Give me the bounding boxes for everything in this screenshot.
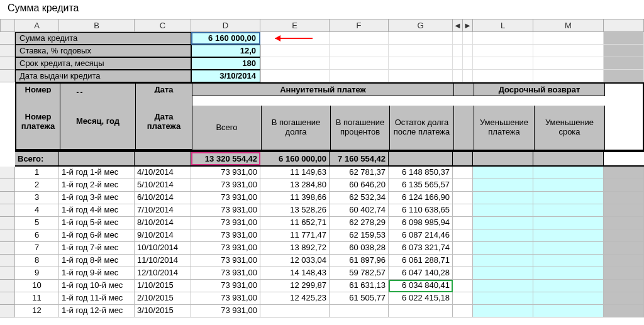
- cell-month[interactable]: 1-й год 7-й мес: [59, 242, 135, 255]
- payment-row[interactable]: 101-й год 10-й мес1/10/201573 931,0012 2…: [0, 280, 644, 292]
- col-B[interactable]: B: [59, 19, 135, 32]
- payment-row[interactable]: 81-й год 8-й мес11/10/201473 931,0012 03…: [0, 255, 644, 267]
- cell-date[interactable]: 12/10/2014: [135, 267, 191, 280]
- payment-row[interactable]: 111-й год 11-й мес2/10/201573 931,0012 4…: [0, 292, 644, 305]
- cell-date[interactable]: 9/10/2014: [135, 229, 191, 242]
- cell-reduce-term[interactable]: [533, 229, 604, 242]
- cell-pct[interactable]: 62 781,37: [330, 167, 389, 179]
- cell-reduce-term[interactable]: [533, 179, 604, 192]
- col-L[interactable]: L: [473, 19, 533, 32]
- cell-pct[interactable]: [330, 305, 389, 317]
- cell-rest[interactable]: 6 022 415,18: [389, 292, 453, 305]
- cell-num[interactable]: 1: [15, 167, 59, 179]
- cell-rest[interactable]: 6 087 214,46: [389, 229, 453, 242]
- cell-reduce-term[interactable]: [533, 217, 604, 229]
- totals-row[interactable]: Всего: 13 320 554,42 6 160 000,00 7 160 …: [15, 151, 644, 167]
- cell-pct[interactable]: 62 532,34: [330, 192, 389, 204]
- cell-total[interactable]: 73 931,00: [191, 305, 260, 317]
- cell-month[interactable]: 1-й год 1-й мес: [59, 167, 135, 179]
- cell-total[interactable]: 73 931,00: [191, 280, 260, 292]
- cell-month[interactable]: 1-й год 6-й мес: [59, 229, 135, 242]
- cell-body[interactable]: 14 148,43: [260, 267, 330, 280]
- cell-total[interactable]: 73 931,00: [191, 179, 260, 192]
- col-E[interactable]: E: [260, 19, 330, 32]
- cell-num[interactable]: 3: [15, 192, 59, 204]
- cell-gap[interactable]: [453, 305, 473, 317]
- cell-num[interactable]: 10: [15, 280, 59, 292]
- cell-num[interactable]: 7: [15, 242, 59, 255]
- cell-body[interactable]: 11 652,71: [260, 217, 330, 229]
- cell-date[interactable]: 11/10/2014: [135, 255, 191, 267]
- summary-value-term[interactable]: 180: [191, 57, 260, 70]
- cell-pct[interactable]: 60 646,20: [330, 179, 389, 192]
- column-headers[interactable]: A B C D E F G ◄ ► L M: [0, 19, 644, 32]
- cell-rest[interactable]: 6 124 166,90: [389, 192, 453, 204]
- cell-num[interactable]: 9: [15, 267, 59, 280]
- summary-row-term[interactable]: Срок кредита, месяцы 180: [0, 57, 644, 70]
- cell-body[interactable]: 13 528,26: [260, 204, 330, 217]
- cell-reduce-pay[interactable]: [473, 229, 533, 242]
- cell-reduce-pay[interactable]: [473, 267, 533, 280]
- cell-pct[interactable]: 61 631,13: [330, 280, 389, 292]
- cell-total[interactable]: 73 931,00: [191, 192, 260, 204]
- row-header[interactable]: [0, 305, 15, 317]
- cell-total[interactable]: 73 931,00: [191, 292, 260, 305]
- cell-reduce-term[interactable]: [533, 267, 604, 280]
- totals-pct[interactable]: 7 160 554,42: [330, 152, 389, 165]
- summary-value-amount[interactable]: 6 160 000,00: [191, 32, 260, 45]
- summary-value-date[interactable]: 3/10/2014: [191, 70, 260, 82]
- col-A[interactable]: A: [15, 19, 59, 32]
- row-header[interactable]: [0, 204, 15, 217]
- summary-label[interactable]: Дата выдачи кредита: [15, 70, 191, 82]
- payment-row[interactable]: 41-й год 4-й мес7/10/201473 931,0013 528…: [0, 204, 644, 217]
- payment-row[interactable]: 11-й год 1-й мес4/10/201473 931,0011 149…: [0, 167, 644, 179]
- summary-label[interactable]: Сумма кредита: [15, 32, 191, 45]
- cell-month[interactable]: 1-й год 2-й мес: [59, 179, 135, 192]
- payment-row[interactable]: 51-й год 5-й мес8/10/201473 931,0011 652…: [0, 217, 644, 229]
- summary-label[interactable]: Ставка, % годовых: [15, 45, 191, 57]
- cell-reduce-pay[interactable]: [473, 192, 533, 204]
- payment-row[interactable]: 91-й год 9-й мес12/10/201473 931,0014 14…: [0, 267, 644, 280]
- cell-date[interactable]: 3/10/2015: [135, 305, 191, 317]
- cell-body[interactable]: 11 771,47: [260, 229, 330, 242]
- row-header[interactable]: [0, 70, 15, 82]
- nav-left-icon[interactable]: ◄: [453, 19, 463, 32]
- name-box[interactable]: Сумма кредита: [0, 0, 644, 19]
- cell-rest[interactable]: 6 135 565,57: [389, 179, 453, 192]
- cell-gap[interactable]: [453, 217, 473, 229]
- row-header[interactable]: [0, 32, 15, 45]
- cell-rest[interactable]: [389, 305, 453, 317]
- select-all-corner[interactable]: [0, 19, 15, 32]
- cell-rest[interactable]: 6 110 638,65: [389, 204, 453, 217]
- cell-num[interactable]: 6: [15, 229, 59, 242]
- cell-body[interactable]: 12 033,04: [260, 255, 330, 267]
- summary-label[interactable]: Срок кредита, месяцы: [15, 57, 191, 70]
- cell-total[interactable]: 73 931,00: [191, 217, 260, 229]
- cell-pct[interactable]: 59 782,57: [330, 267, 389, 280]
- cell-gap[interactable]: [453, 242, 473, 255]
- row-header[interactable]: [0, 267, 15, 280]
- cell-date[interactable]: 7/10/2014: [135, 204, 191, 217]
- cell-month[interactable]: 1-й год 9-й мес: [59, 267, 135, 280]
- col-M[interactable]: M: [533, 19, 604, 32]
- cell-num[interactable]: 4: [15, 204, 59, 217]
- cell-reduce-term[interactable]: [533, 242, 604, 255]
- cell-body[interactable]: 11 149,63: [260, 167, 330, 179]
- row-header[interactable]: [0, 192, 15, 204]
- row-header[interactable]: [0, 57, 15, 70]
- cell-date[interactable]: 10/10/2014: [135, 242, 191, 255]
- cell-rest[interactable]: 6 034 840,41: [389, 280, 453, 292]
- cell-month[interactable]: 1-й год 3-й мес: [59, 192, 135, 204]
- payment-row[interactable]: 31-й год 3-й мес6/10/201473 931,0011 398…: [0, 192, 644, 204]
- totals-total[interactable]: 13 320 554,42: [191, 152, 260, 165]
- cell-reduce-term[interactable]: [533, 167, 604, 179]
- cell-rest[interactable]: 6 061 288,71: [389, 255, 453, 267]
- cell-pct[interactable]: 60 402,74: [330, 204, 389, 217]
- cell-rest[interactable]: 6 073 321,74: [389, 242, 453, 255]
- col-G[interactable]: G: [389, 19, 453, 32]
- row-header[interactable]: [0, 229, 15, 242]
- cell-month[interactable]: 1-й год 10-й мес: [59, 280, 135, 292]
- cell-rest[interactable]: 6 047 140,28: [389, 267, 453, 280]
- cell-rest[interactable]: 6 098 985,94: [389, 217, 453, 229]
- row-header[interactable]: [0, 280, 15, 292]
